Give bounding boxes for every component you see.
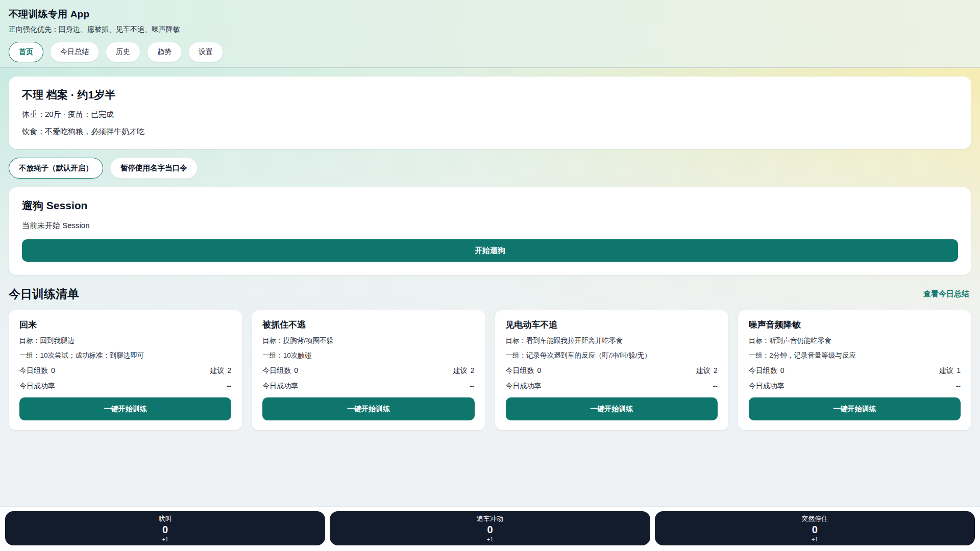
sets-today: 今日组数 0	[506, 366, 542, 375]
suggest-label: 建议	[210, 366, 224, 375]
profile-diet: 饮食：不爱吃狗粮，必须拌牛奶才吃	[22, 127, 958, 137]
counter-label: 追车冲动	[477, 514, 503, 523]
main-content: 不理 档案 · 约1岁半 体重：20斤 · 疫苗：已完成 饮食：不爱吃狗粮，必须…	[0, 68, 980, 506]
training-card-caught-no-flee: 被抓住不逃 目标：摸胸背/项圈不躲 一组：10次触碰 今日组数 0 建议 2 今…	[252, 310, 485, 430]
quick-counter-bar: 吠叫 0 +1 追车冲动 0 +1 突然停住 0 +1	[0, 506, 980, 551]
suggested-sets: 建议 2	[453, 366, 475, 375]
training-card-title: 见电动车不追	[506, 319, 718, 331]
today-section-title: 今日训练清单	[9, 286, 79, 302]
success-rate-value: --	[956, 382, 961, 390]
profile-weight-vaccine: 体重：20斤 · 疫苗：已完成	[22, 110, 958, 119]
counter-chase-impulse-button[interactable]: 追车冲动 0 +1	[330, 511, 650, 545]
suggest-value: 2	[471, 366, 475, 375]
sets-value: 0	[537, 366, 542, 375]
suggest-label: 建议	[453, 366, 468, 375]
toggle-pause-name-cue[interactable]: 暂停使用名字当口令	[110, 158, 198, 179]
counter-label: 吠叫	[159, 514, 172, 523]
sets-label: 今日组数	[749, 366, 777, 375]
start-training-button[interactable]: 一键开始训练	[506, 397, 718, 420]
app-root: 不理训练专用 App 正向强化优先：回身边、愿被抓、见车不追、噪声降敏 首页 今…	[0, 0, 980, 551]
suggested-sets: 建议 1	[939, 366, 961, 375]
counter-count: 0	[812, 524, 818, 536]
app-title: 不理训练专用 App	[9, 8, 970, 21]
sets-row: 今日组数 0 建议 2	[19, 366, 231, 375]
tab-today-summary[interactable]: 今日总结	[50, 42, 99, 62]
success-rate-value: --	[470, 382, 474, 390]
header: 不理训练专用 App 正向强化优先：回身边、愿被抓、见车不追、噪声降敏 首页 今…	[0, 0, 980, 68]
training-card-title: 回来	[19, 319, 231, 331]
sets-row: 今日组数 0 建议 2	[506, 366, 718, 375]
walk-session-card: 遛狗 Session 当前未开始 Session 开始遛狗	[9, 187, 971, 275]
training-cards-grid: 回来 目标：回到我腿边 一组：10次尝试；成功标准：到腿边即可 今日组数 0 建…	[9, 310, 971, 430]
profile-title: 不理 档案 · 约1岁半	[22, 88, 958, 102]
counter-count: 0	[487, 524, 493, 536]
success-rate-row: 今日成功率 --	[19, 382, 231, 391]
training-goal: 目标：听到声音仍能吃零食	[749, 336, 961, 345]
counter-sudden-stop-button[interactable]: 突然停住 0 +1	[655, 511, 975, 545]
start-training-button[interactable]: 一键开始训练	[749, 397, 961, 420]
start-walk-button[interactable]: 开始遛狗	[22, 239, 958, 262]
view-today-summary-link[interactable]: 查看今日总结	[923, 289, 969, 299]
counter-count: 0	[162, 524, 168, 536]
sets-label: 今日组数	[19, 366, 48, 375]
training-set-spec: 一组：记录每次遇到车的反应（盯/冲/叫/躲/无）	[506, 351, 718, 360]
training-card-title: 噪声音频降敏	[749, 319, 961, 331]
profile-card: 不理 档案 · 约1岁半 体重：20斤 · 疫苗：已完成 饮食：不爱吃狗粮，必须…	[9, 77, 971, 149]
success-rate-label: 今日成功率	[749, 382, 785, 391]
counter-label: 突然停住	[801, 514, 828, 523]
training-set-spec: 一组：10次尝试；成功标准：到腿边即可	[19, 351, 231, 360]
sets-today: 今日组数 0	[19, 366, 55, 375]
session-status: 当前未开始 Session	[22, 221, 958, 231]
success-rate-row: 今日成功率 --	[749, 382, 961, 391]
sets-row: 今日组数 0 建议 2	[262, 366, 474, 375]
session-title: 遛狗 Session	[22, 198, 958, 213]
counter-increment: +1	[487, 536, 494, 542]
start-training-button[interactable]: 一键开始训练	[262, 397, 474, 420]
sets-today: 今日组数 0	[262, 366, 298, 375]
tab-trends[interactable]: 趋势	[147, 42, 182, 62]
training-set-spec: 一组：2分钟，记录音量等级与反应	[749, 351, 961, 360]
suggested-sets: 建议 2	[696, 366, 718, 375]
counter-bark-button[interactable]: 吠叫 0 +1	[5, 511, 325, 545]
suggest-label: 建议	[696, 366, 710, 375]
toggle-row: 不放绳子（默认开启） 暂停使用名字当口令	[9, 158, 971, 179]
suggest-value: 2	[714, 366, 718, 375]
nav-tabs: 首页 今日总结 历史 趋势 设置	[9, 42, 970, 62]
suggest-value: 2	[227, 366, 231, 375]
start-training-button[interactable]: 一键开始训练	[19, 397, 231, 420]
today-section-head: 今日训练清单 查看今日总结	[9, 286, 969, 302]
suggest-label: 建议	[939, 366, 953, 375]
suggested-sets: 建议 2	[210, 366, 231, 375]
success-rate-label: 今日成功率	[262, 382, 298, 391]
suggest-value: 1	[957, 366, 961, 375]
training-goal: 目标：回到我腿边	[19, 336, 231, 345]
counter-increment: +1	[812, 536, 818, 542]
training-goal: 目标：看到车能跟我拉开距离并吃零食	[506, 336, 718, 345]
success-rate-label: 今日成功率	[506, 382, 542, 391]
tab-home[interactable]: 首页	[9, 42, 43, 62]
training-card-come-back: 回来 目标：回到我腿边 一组：10次尝试；成功标准：到腿边即可 今日组数 0 建…	[9, 310, 242, 430]
toggle-no-leash[interactable]: 不放绳子（默认开启）	[9, 158, 103, 179]
sets-today: 今日组数 0	[749, 366, 785, 375]
app-subtitle: 正向强化优先：回身边、愿被抓、见车不追、噪声降敏	[9, 25, 970, 34]
sets-value: 0	[51, 366, 55, 375]
tab-history[interactable]: 历史	[106, 42, 140, 62]
training-set-spec: 一组：10次触碰	[262, 351, 474, 360]
success-rate-value: --	[227, 382, 231, 390]
success-rate-value: --	[713, 382, 717, 390]
training-card-title: 被抓住不逃	[262, 319, 474, 331]
sets-row: 今日组数 0 建议 1	[749, 366, 961, 375]
training-goal: 目标：摸胸背/项圈不躲	[262, 336, 474, 345]
success-rate-row: 今日成功率 --	[506, 382, 718, 391]
sets-label: 今日组数	[506, 366, 534, 375]
sets-value: 0	[294, 366, 298, 375]
training-card-no-chase-scooter: 见电动车不追 目标：看到车能跟我拉开距离并吃零食 一组：记录每次遇到车的反应（盯…	[495, 310, 728, 430]
sets-value: 0	[780, 366, 785, 375]
success-rate-row: 今日成功率 --	[262, 382, 474, 391]
tab-settings[interactable]: 设置	[188, 42, 223, 62]
training-card-noise-desensitize: 噪声音频降敏 目标：听到声音仍能吃零食 一组：2分钟，记录音量等级与反应 今日组…	[738, 310, 971, 430]
sets-label: 今日组数	[262, 366, 291, 375]
counter-increment: +1	[162, 536, 168, 542]
success-rate-label: 今日成功率	[19, 382, 55, 391]
